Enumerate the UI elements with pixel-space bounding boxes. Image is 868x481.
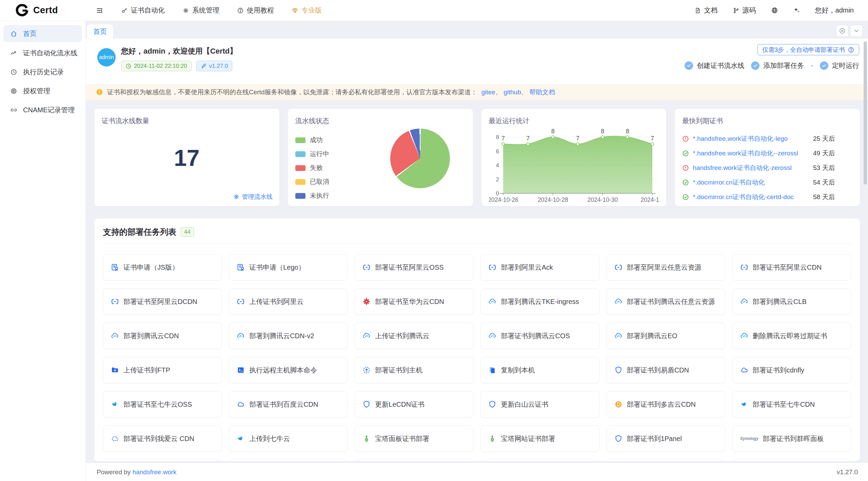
cert-link[interactable]: *.docmirror.cn证书自动化-certd-doc [693,193,809,201]
task-card[interactable]: 部署证书至七牛云OSS [103,391,222,418]
scrollbar-thumb[interactable] [864,41,867,185]
task-card[interactable]: 部署到腾讯云CDN [103,323,222,349]
task-card[interactable]: 执行远程主机脚本命令 [229,357,348,383]
legend-swatch [295,193,305,199]
days-left: 25 天后 [813,134,852,143]
sidebar-item-证书自动化流水线[interactable]: 证书自动化流水线 [0,43,85,62]
task-card[interactable]: 部署证书至七牛CDN [732,391,851,418]
task-card[interactable]: 部署证书至阿里云DCDN [103,288,222,315]
legend-未执行[interactable]: 未执行 [295,191,466,200]
manage-pipelines-link[interactable]: 管理流水线 [233,193,273,201]
deploy-tasks-panel: 支持的部署任务列表 44 证书申请（JS版）证书申请（Lego）部署证书至阿里云… [94,218,860,461]
task-card[interactable]: 部署到阿里云Ack [480,254,599,281]
steps-banner[interactable]: 仅需3步，全自动申请部署证书 [757,44,859,55]
task-card[interactable]: 部署到腾讯云CDN-v2 [229,323,348,349]
sidebar-item-首页[interactable]: 首页 [3,25,82,42]
task-card[interactable]: 上传证书到腾讯云 [355,323,473,349]
task-card[interactable]: 部署证书到腾讯云任意云资源 [607,288,725,315]
task-label: 部署证书到多吉云CDN [627,400,696,409]
svg-text:8: 8 [551,128,554,135]
task-card[interactable]: 部署证书到多吉云CDN [607,391,725,418]
check-circle-icon [751,61,760,70]
svg-text:8: 8 [626,128,629,135]
task-card[interactable]: 更新白山云证书 [480,391,599,418]
avatar[interactable]: admin [97,48,116,66]
home-icon [10,30,17,37]
task-card-clipped[interactable] [229,460,348,461]
check-circle-icon [685,61,693,70]
task-card[interactable]: 更新LeCDN证书 [355,391,473,418]
nav-item-使用教程[interactable]: 使用教程 [237,6,274,15]
task-card-clipped[interactable] [355,460,473,461]
alert-link-gitee[interactable]: gitee [481,89,495,96]
handsfree-link[interactable]: handsfree.work [133,468,177,476]
nav-right-文档[interactable]: 文档 [694,6,718,15]
tab-home[interactable]: 首页 [87,24,113,39]
task-card-clipped[interactable] [480,460,599,461]
nav-right-globe[interactable] [771,7,778,14]
tab-close-all-button[interactable] [836,25,848,37]
task-card-clipped[interactable] [103,460,222,461]
task-card[interactable]: 证书申请（JS版） [103,254,222,281]
task-card[interactable]: 部署至阿里云任意云资源 [607,254,725,281]
task-card[interactable]: 删除腾讯云即将过期证书 [732,323,851,349]
task-card[interactable]: 部署证书到cdnfly [732,357,851,383]
version-badge[interactable]: v1.27.0 [196,61,233,71]
cloud-dashed-icon [111,435,119,443]
alert-link-github[interactable]: github [504,89,521,96]
alert-link-帮助文档[interactable]: 帮助文档 [529,89,555,96]
task-card-clipped[interactable] [732,460,851,461]
chevron-down-icon [853,27,860,34]
bt-icon [488,435,496,443]
task-card[interactable]: 上传到七牛云 [229,425,348,452]
task-card-clipped[interactable] [607,460,725,461]
tab-more-button[interactable] [850,25,863,37]
task-card[interactable]: 部署到腾讯云CLB [732,288,851,315]
qiniu-icon [740,400,748,408]
task-card[interactable]: 部署证书到我爱云 CDN [103,425,222,452]
error-circle-icon [682,135,689,142]
sidebar-item-CNAME记录管理[interactable]: CNAME记录管理 [0,100,85,119]
task-card[interactable]: 宝塔网站证书部署 [480,425,599,452]
days-left: 49 天后 [813,149,852,158]
sidebar-collapse-icon[interactable] [96,7,103,14]
task-card[interactable]: 部署到腾讯云EO [607,323,725,349]
pipeline-count-value: 17 [94,145,279,171]
nav-item-系统管理[interactable]: 系统管理 [182,6,219,15]
nav-item-专业版[interactable]: 专业版 [292,6,322,15]
task-card[interactable]: 部署证书到1Panel [607,425,725,452]
svg-text:0: 0 [496,190,499,197]
sidebar-item-授权管理[interactable]: 授权管理 [0,81,85,100]
nav-right-您好，admin[interactable]: 您好，admin [815,6,854,15]
tencent-icon [111,332,119,340]
alert-text: 证书和授权为敏感信息，不要使用来历不明的在线Certd服务和镜像，以免泄露；请务… [107,88,477,97]
task-card[interactable]: 上传证书到阿里云 [229,288,348,315]
task-card[interactable]: 部署到腾讯云TKE-ingress [480,288,599,315]
task-card[interactable]: 部署证书到主机 [355,357,473,383]
cert-link[interactable]: *.docmirror.cn证书自动化 [693,178,809,187]
nav-right-源码[interactable]: 源码 [733,6,756,15]
task-card[interactable]: Synology部署证书到群晖面板 [732,425,851,452]
task-card[interactable]: 证书申请（Lego） [229,254,348,281]
cert-link[interactable]: handsfree.work证书自动化-zerossl [693,163,809,172]
pipeline-status-card: 流水线状态 成功运行中失败已取消未执行 [288,109,473,206]
svg-text:7: 7 [526,135,530,142]
clock-icon [125,63,132,69]
task-card[interactable]: 部署证书到易盾CDN [607,357,725,383]
task-card[interactable]: 宝塔面板证书部署 [355,425,473,452]
cert-link[interactable]: *.handsfree.work证书自动化--zerossl [693,149,809,158]
sidebar-item-执行历史记录[interactable]: 执行历史记录 [0,62,85,81]
task-label: 部署证书到我爱云 CDN [123,434,194,443]
tab-bar: 首页 [86,21,868,39]
task-card[interactable]: 复制到本机 [480,357,599,383]
cert-link[interactable]: *.handsfree.work证书自动化-lego [693,134,809,143]
nav-right-sparkles[interactable] [793,7,800,14]
aliyun-icon [237,297,245,306]
task-card[interactable]: 上传证书到FTP [103,357,222,383]
task-card[interactable]: 部署证书到百度云CDN [229,391,348,418]
task-card[interactable]: 部署证书到腾讯云COS [480,323,599,349]
task-card[interactable]: 部署证书至阿里云OSS [355,254,473,281]
nav-item-证书自动化[interactable]: 证书自动化 [121,6,165,15]
task-card[interactable]: 部署证书至华为云CDN [355,288,473,315]
task-card[interactable]: 部署证书至阿里云CDN [732,254,851,281]
